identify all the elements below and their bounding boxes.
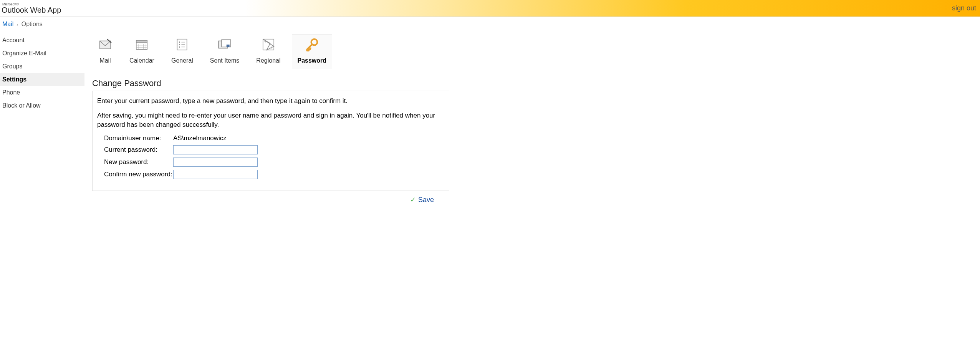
panel-title: Change Password [92, 78, 972, 88]
tab-label: Mail [99, 57, 111, 64]
regional-icon [261, 37, 276, 53]
confirm-password-input[interactable] [173, 170, 258, 179]
app-header: Microsoft® Outlook Web App sign out [0, 0, 980, 17]
current-password-input[interactable] [173, 145, 258, 154]
panel-box: Enter your current password, type a new … [92, 91, 449, 191]
confirm-password-label: Confirm new password: [104, 171, 173, 178]
domain-user-value: AS\mzelmanowicz [173, 134, 227, 142]
sidebar-item-settings[interactable]: Settings [0, 73, 84, 86]
tab-password[interactable]: Password [292, 35, 333, 69]
tab-label: Password [298, 57, 327, 64]
tab-label: General [171, 57, 193, 64]
tab-label: Calendar [129, 57, 154, 64]
tab-calendar[interactable]: Calendar [124, 35, 160, 69]
sidebar: Account Organize E-Mail Groups Settings … [0, 32, 84, 207]
app-name-light: Web App [28, 6, 61, 14]
svg-point-21 [270, 47, 272, 49]
tab-regional[interactable]: Regional [250, 35, 286, 69]
sign-out-link[interactable]: sign out [952, 4, 976, 12]
general-icon [175, 37, 189, 53]
panel-intro-2: After saving, you might need to re-enter… [97, 111, 444, 129]
svg-rect-19 [263, 39, 274, 50]
svg-point-11 [179, 44, 180, 45]
main-layout: Account Organize E-Mail Groups Settings … [0, 32, 980, 207]
panel-intro-1: Enter your current password, type a new … [97, 96, 444, 106]
row-confirm-password: Confirm new password: [97, 170, 444, 179]
tab-mail[interactable]: Mail [92, 35, 118, 69]
calendar-icon [134, 37, 149, 53]
save-row: ✓ Save [92, 191, 449, 204]
sidebar-item-organize-email[interactable]: Organize E-Mail [0, 47, 84, 60]
sidebar-item-block-or-allow[interactable]: Block or Allow [0, 99, 84, 112]
checkmark-icon: ✓ [410, 196, 416, 204]
app-logo: Microsoft® Outlook Web App [2, 3, 61, 14]
new-password-label: New password: [104, 158, 173, 166]
save-button[interactable]: Save [418, 196, 434, 204]
password-icon [305, 37, 319, 53]
app-name-strong: Outlook [2, 6, 28, 14]
tab-general[interactable]: General [166, 35, 199, 69]
sent-items-icon [217, 37, 232, 53]
svg-point-12 [179, 46, 180, 48]
breadcrumb: Mail › Options [0, 17, 980, 32]
app-name: Outlook Web App [2, 6, 61, 14]
svg-point-10 [179, 41, 180, 43]
content-area: Mail Calendar General Sent Items [84, 32, 980, 207]
sidebar-item-phone[interactable]: Phone [0, 86, 84, 99]
svg-rect-18 [227, 45, 230, 47]
row-current-password: Current password: [97, 145, 444, 154]
domain-user-label: Domain\user name: [104, 134, 173, 142]
breadcrumb-separator-icon: › [17, 22, 18, 27]
breadcrumb-root[interactable]: Mail [2, 21, 13, 28]
tab-label: Regional [256, 57, 280, 64]
tab-sent-items[interactable]: Sent Items [204, 35, 245, 69]
change-password-panel: Change Password Enter your current passw… [92, 78, 972, 204]
sidebar-item-account[interactable]: Account [0, 34, 84, 47]
mail-icon [98, 37, 113, 53]
breadcrumb-current: Options [22, 21, 43, 28]
tab-label: Sent Items [210, 57, 239, 64]
current-password-label: Current password: [104, 146, 173, 154]
new-password-input[interactable] [173, 158, 258, 167]
svg-point-20 [265, 41, 267, 43]
tabstrip: Mail Calendar General Sent Items [92, 35, 972, 69]
row-domain-user: Domain\user name: AS\mzelmanowicz [97, 134, 444, 142]
row-new-password: New password: [97, 158, 444, 167]
svg-rect-2 [136, 40, 147, 43]
sidebar-item-groups[interactable]: Groups [0, 60, 84, 73]
